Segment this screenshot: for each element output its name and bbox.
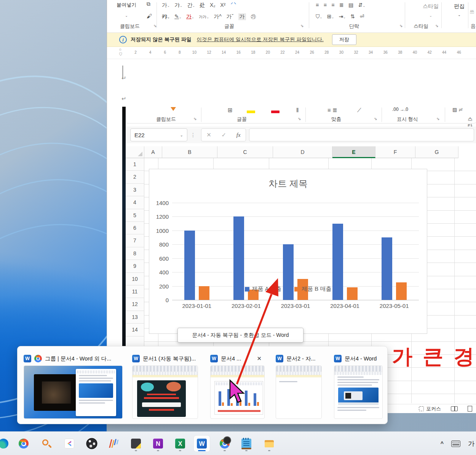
line-spacing-icon[interactable]: ⇵⌄ bbox=[358, 2, 365, 8]
taskbar-item-sticky-notes[interactable] bbox=[128, 436, 144, 452]
row-header-3: 3 bbox=[126, 184, 144, 196]
borders-icon: ⊞ bbox=[228, 107, 233, 114]
subscript-icon[interactable]: X₂ bbox=[210, 2, 216, 8]
taskbar-item-chrome[interactable] bbox=[16, 436, 32, 452]
touch-keyboard-icon[interactable] bbox=[451, 441, 460, 447]
preview-thumbnail-doc-text-screenshot[interactable] bbox=[334, 365, 383, 419]
char-border-icon[interactable]: 가ˇ bbox=[226, 13, 233, 20]
preview-thumbnail-doc-dark-poster[interactable] bbox=[132, 365, 198, 419]
lines-app-icon bbox=[109, 439, 119, 449]
ruler-tick: 8 bbox=[179, 50, 181, 54]
tray-chevron-up-icon[interactable]: ^ bbox=[441, 441, 444, 447]
enclose-char-icon[interactable]: ㉮ bbox=[251, 13, 256, 20]
taskbar-item-file-explorer[interactable] bbox=[261, 436, 277, 452]
sort-icon[interactable]: ⇅ bbox=[350, 13, 355, 19]
chart-ytick-label: 1400 bbox=[156, 200, 172, 206]
phonetic-icon[interactable]: 가^ bbox=[214, 13, 222, 20]
chevron-down-icon: ⌄ bbox=[448, 13, 471, 17]
paste-button[interactable]: 붙여넣기 ⌄ bbox=[114, 2, 139, 18]
edit-menu-button[interactable]: 편집 ⌄ bbox=[448, 3, 471, 17]
char-spacing-icon[interactable]: 가가⌄ bbox=[199, 14, 209, 20]
styles-dialog-launcher-icon[interactable]: ⇘ bbox=[435, 24, 438, 28]
clipboard-icon[interactable]: ⧉ bbox=[147, 1, 150, 7]
close-icon[interactable]: ✕ bbox=[254, 354, 265, 363]
shading-icon[interactable]: ⛉⌄ bbox=[316, 13, 322, 20]
highlight-icon[interactable]: ✎⌄ bbox=[174, 13, 181, 19]
font-dialog-launcher-icon[interactable]: ⇘ bbox=[300, 24, 303, 28]
preview-thumbnail-doc-chart-cursor[interactable] bbox=[210, 365, 265, 419]
read-mode-icon[interactable] bbox=[451, 406, 458, 411]
preview-card-2[interactable]: W문서4 ...✕ bbox=[208, 350, 267, 422]
preview-card-3[interactable]: W문서2 - 자... bbox=[273, 350, 324, 422]
superscript-icon[interactable]: X² bbox=[220, 2, 225, 8]
ruler-tick: 4 bbox=[149, 50, 152, 54]
preview-thumbnail-group-video-doc[interactable] bbox=[24, 365, 123, 419]
styles-gallery[interactable]: 스타일 ⌄ bbox=[408, 3, 454, 18]
legend-swatch-icon bbox=[294, 287, 299, 292]
taskbar-item-lines-app[interactable] bbox=[106, 436, 122, 452]
ruler-tick: 14 bbox=[222, 50, 226, 54]
ruler-tick: 20 bbox=[266, 50, 270, 54]
taskbar-item-obs[interactable] bbox=[84, 436, 100, 452]
excel-number-group-label: 표시 형식 bbox=[397, 116, 418, 123]
ime-korean-indicator[interactable]: 가 bbox=[468, 439, 474, 448]
indent-icon[interactable]: ⇥⌄ bbox=[339, 13, 346, 19]
clear-format-icon[interactable]: 处 bbox=[200, 2, 205, 9]
alignment-icon: ⫴ bbox=[296, 107, 299, 114]
preview-card-1[interactable]: W문서1 (자동 복구됨)... bbox=[130, 350, 200, 422]
taskbar-item-excel[interactable]: X bbox=[172, 436, 188, 452]
row-header-8: 8 bbox=[126, 247, 144, 260]
legend-label: 제품 B 매출 bbox=[302, 285, 331, 293]
grow-font-icon[interactable]: 간⌄ bbox=[187, 2, 195, 9]
paragraph-dialog-launcher-icon[interactable]: ⇘ bbox=[399, 24, 403, 28]
ruler-tick: 42 bbox=[427, 50, 431, 54]
first-line-indent-marker[interactable]: ⌂ bbox=[119, 47, 121, 51]
system-tray: ^ 가 bbox=[441, 436, 476, 452]
format-painter-icon[interactable]: 🖌 bbox=[147, 13, 152, 19]
taskbar-item-search-tool[interactable] bbox=[38, 436, 54, 452]
row-header-1: 1 bbox=[126, 158, 144, 171]
preview-card-0[interactable]: W그룹 | 문서4 - Word 외 다... bbox=[21, 350, 125, 422]
taskbar-item-chrome-busy[interactable] bbox=[217, 436, 233, 452]
char-shading-icon[interactable]: 가 bbox=[238, 13, 246, 20]
preview-card-4[interactable]: W문서4 - Word bbox=[332, 350, 385, 422]
font-name-icon[interactable]: 가⌄ bbox=[162, 2, 170, 9]
hanging-indent-marker[interactable]: ⛉ bbox=[119, 52, 122, 57]
pilcrow-icon[interactable]: ⏎ bbox=[360, 13, 364, 19]
word-icon: W bbox=[210, 355, 218, 362]
focus-mode-button[interactable]: 포커스 bbox=[419, 405, 441, 412]
save-button[interactable]: 저장 bbox=[332, 34, 356, 45]
horizontal-ruler[interactable]: ⌂ ⛉ 246810121416182022242628303234363840… bbox=[107, 47, 476, 59]
ruler-tick: 6 bbox=[164, 50, 166, 54]
recovery-message-link[interactable]: 이것은 컴퓨터에 일시적으로 저장된 복구된 파일입니다. bbox=[197, 36, 324, 43]
sticky-notes-icon bbox=[131, 439, 141, 449]
font-size-icon[interactable]: 갸⌄ bbox=[174, 2, 182, 9]
styles-gallery-label: 스타일 bbox=[408, 3, 454, 10]
justify-icon[interactable]: ≣ bbox=[339, 2, 344, 8]
column-header-F: F bbox=[375, 146, 415, 158]
chart-xtick-label: 2023-05-01 bbox=[380, 303, 409, 309]
text-effects-icon[interactable]: ⸍⸌ bbox=[230, 2, 237, 8]
bold-icon[interactable]: 캬⌄ bbox=[162, 13, 170, 20]
word-icon: W bbox=[276, 355, 283, 362]
dictate-button-partial[interactable]: 쓰 bbox=[470, 8, 474, 15]
taskbar-item-capture-app[interactable] bbox=[61, 436, 77, 452]
chart-ytick-label: 600 bbox=[159, 255, 172, 261]
file-explorer-icon bbox=[264, 439, 274, 449]
taskbar-item-onenote[interactable]: N bbox=[150, 436, 166, 452]
taskbar-item-notepad[interactable] bbox=[238, 436, 254, 452]
font-color-icon[interactable]: 가⌄ bbox=[186, 13, 194, 20]
legend-item: 제품 A 매출 bbox=[245, 285, 282, 293]
taskbar-item-word[interactable]: W bbox=[194, 436, 210, 452]
print-layout-icon[interactable] bbox=[468, 406, 472, 412]
row-header-4: 4 bbox=[126, 196, 144, 209]
align-center-icon[interactable]: ≡ bbox=[324, 2, 327, 8]
chart-gridline bbox=[172, 203, 419, 203]
preview-thumbnail-doc-blank[interactable] bbox=[276, 365, 322, 419]
distribute-icon[interactable]: ▤ bbox=[348, 2, 353, 8]
taskbar-item-edge[interactable] bbox=[0, 436, 11, 452]
align-right-icon[interactable]: ≡ bbox=[331, 2, 334, 8]
borders-icon[interactable]: ⊞⌄ bbox=[327, 13, 334, 19]
taskbar-preview-popup: W그룹 | 문서4 - Word 외 다...W문서1 (자동 복구됨)...W… bbox=[17, 346, 388, 424]
align-left-icon[interactable]: ≡ bbox=[316, 2, 319, 8]
